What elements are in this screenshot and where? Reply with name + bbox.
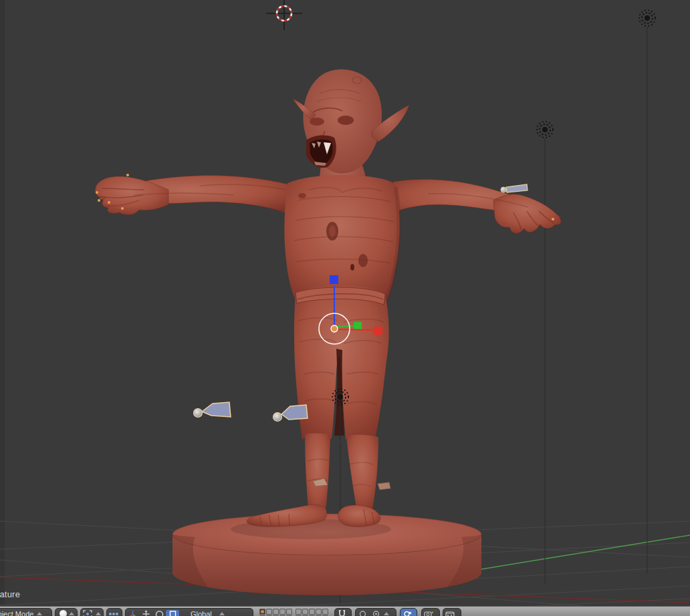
snap-active-icon (400, 610, 414, 616)
layer-cell[interactable] (273, 609, 279, 615)
layer-cell[interactable] (316, 609, 322, 615)
mode-dropdown-label: Object Mode (0, 610, 35, 616)
snap-toggle-button[interactable] (334, 608, 352, 616)
layer-cell[interactable] (309, 609, 315, 615)
viewport-shading-dropdown[interactable] (55, 608, 78, 616)
layer-cell[interactable] (279, 609, 285, 615)
orientation-dropdown-label[interactable]: Global (189, 610, 214, 616)
layer-cell[interactable] (286, 609, 292, 615)
layer-cell[interactable] (259, 609, 265, 615)
snap-element-dropdown[interactable] (355, 608, 396, 616)
bone-left-knee[interactable] (194, 402, 231, 418)
lamp-mid-right[interactable] (537, 122, 553, 138)
layer-group (259, 609, 292, 616)
pedestal[interactable] (172, 514, 481, 595)
gizmo-center[interactable] (331, 325, 338, 332)
chevron-up-icon (384, 612, 389, 615)
bone-right-wrist[interactable] (501, 184, 528, 192)
snap-mode-button[interactable] (400, 608, 417, 616)
chevron-up-icon (96, 612, 101, 615)
layer-group (296, 609, 328, 616)
magnet-icon (335, 610, 348, 616)
3d-cursor-icon (266, 0, 302, 30)
render-animation-icon (443, 610, 457, 616)
gizmo-y-axis[interactable] (337, 326, 354, 327)
snap-target-icon (369, 610, 382, 616)
layer-cell[interactable] (302, 609, 308, 615)
mode-dropdown[interactable]: Object Mode (0, 608, 52, 616)
layer-cell[interactable] (296, 609, 302, 615)
rotate-manipulator-button[interactable] (152, 610, 166, 616)
opengl-render-animation-button[interactable] (443, 608, 461, 616)
manipulate-center-points-toggle[interactable] (106, 608, 122, 616)
blender-3d-viewport[interactable]: Armature Object Mode (0, 0, 690, 616)
manipulator-and-orientation-group: Global (125, 608, 253, 616)
bone-right-knee[interactable] (273, 405, 308, 422)
center-points-icon (107, 610, 120, 616)
pivot-point-dropdown[interactable] (80, 608, 104, 616)
translate-manipulator-button[interactable] (139, 610, 152, 616)
active-object-name-label: Armature (0, 589, 20, 599)
render-camera-icon (422, 610, 435, 616)
viewport-scene[interactable] (0, 0, 690, 616)
pivot-point-icon (81, 610, 94, 616)
gizmo-z-handle[interactable] (330, 275, 338, 284)
scale-manipulator-button[interactable] (166, 610, 179, 616)
layers-widget[interactable] (259, 609, 328, 616)
creature-model[interactable] (95, 69, 561, 527)
gizmo-x-axis[interactable] (338, 329, 374, 330)
chevron-up-icon (37, 612, 42, 615)
shading-solid-icon (60, 610, 67, 616)
lamp-top-right[interactable] (639, 10, 655, 26)
opengl-render-image-button[interactable] (421, 608, 440, 616)
gizmo-x-handle[interactable] (374, 327, 382, 335)
snap-increment-icon (356, 610, 369, 616)
chevron-up-icon (219, 612, 225, 615)
manipulator-axis-icon[interactable] (126, 610, 139, 616)
gizmo-y-handle[interactable] (354, 322, 362, 329)
viewport-header: Object Mode (0, 606, 690, 616)
chevron-up-icon (69, 612, 74, 615)
layer-cell[interactable] (266, 609, 272, 615)
layer-cell[interactable] (322, 609, 328, 615)
